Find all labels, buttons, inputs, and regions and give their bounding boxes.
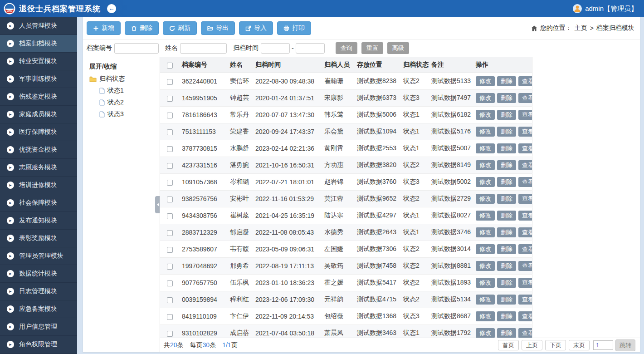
row-action-view-button[interactable]: 查看 bbox=[518, 160, 532, 170]
row-action-delete-button[interactable]: 删除 bbox=[497, 143, 516, 153]
row-action-edit-button[interactable]: 修改 bbox=[476, 93, 495, 103]
row-checkbox[interactable] bbox=[167, 163, 173, 169]
row-action-delete-button[interactable]: 删除 bbox=[497, 177, 516, 187]
sidebar-item[interactable]: ▸培训进修模块 bbox=[0, 177, 77, 194]
row-action-edit-button[interactable]: 修改 bbox=[476, 160, 495, 170]
row-checkbox[interactable] bbox=[167, 113, 173, 118]
row-checkbox[interactable] bbox=[167, 230, 173, 236]
tree-node-leaf[interactable]: 状态2 bbox=[99, 98, 160, 107]
sidebar-item[interactable]: ▸角色权限管理 bbox=[0, 336, 77, 354]
sidebar-item[interactable]: ▸管理员管理模块 bbox=[0, 247, 77, 265]
sidebar-item[interactable]: ▸伤残鉴定模块 bbox=[0, 88, 77, 106]
row-action-view-button[interactable]: 查看 bbox=[518, 127, 532, 137]
row-action-view-button[interactable]: 查看 bbox=[518, 311, 532, 321]
row-action-edit-button[interactable]: 修改 bbox=[476, 311, 495, 321]
page-last-button[interactable]: 末页 bbox=[569, 340, 590, 350]
user-box[interactable]: admin【管理员】 bbox=[573, 4, 638, 13]
row-action-view-button[interactable]: 查看 bbox=[518, 261, 532, 271]
tree-expand-collapse-toggle[interactable]: 展开/收缩 bbox=[89, 63, 160, 71]
sidebar-item[interactable]: ▸档案归档模块 bbox=[0, 35, 77, 53]
row-checkbox[interactable] bbox=[167, 314, 173, 320]
row-action-view-button[interactable]: 查看 bbox=[518, 177, 532, 187]
row-action-view-button[interactable]: 查看 bbox=[518, 76, 532, 86]
sidebar-item[interactable]: ▸军事训练模块 bbox=[0, 70, 77, 88]
row-action-view-button[interactable]: 查看 bbox=[518, 244, 532, 254]
row-action-view-button[interactable]: 查看 bbox=[518, 227, 532, 237]
row-action-delete-button[interactable]: 删除 bbox=[497, 160, 516, 170]
archive-time-to-input[interactable] bbox=[296, 43, 325, 54]
row-action-edit-button[interactable]: 修改 bbox=[476, 177, 495, 187]
sidebar-item[interactable]: ▸社会保障模块 bbox=[0, 194, 77, 212]
sidebar-item[interactable]: ▸志愿服务模块 bbox=[0, 159, 77, 177]
row-action-edit-button[interactable]: 修改 bbox=[476, 76, 495, 86]
row-checkbox[interactable] bbox=[167, 129, 173, 135]
sidebar-item[interactable]: ▸数据统计模块 bbox=[0, 265, 77, 283]
tree-node-root[interactable]: 归档状态 bbox=[89, 75, 160, 83]
advanced-button[interactable]: 高级 bbox=[387, 42, 409, 54]
archive-time-from-input[interactable] bbox=[261, 43, 290, 54]
name-input[interactable] bbox=[180, 43, 227, 54]
reset-button[interactable]: 重置 bbox=[361, 42, 383, 54]
row-action-delete-button[interactable]: 删除 bbox=[497, 261, 516, 271]
row-action-edit-button[interactable]: 修改 bbox=[476, 110, 495, 120]
tree-node-leaf[interactable]: 状态3 bbox=[99, 110, 160, 118]
collapse-panel-handle[interactable] bbox=[155, 196, 160, 213]
row-checkbox[interactable] bbox=[167, 197, 173, 202]
sidebar-item[interactable]: ▸家庭成员模块 bbox=[0, 106, 77, 123]
row-action-delete-button[interactable]: 删除 bbox=[497, 93, 516, 103]
row-action-view-button[interactable]: 查看 bbox=[518, 110, 532, 120]
row-checkbox[interactable] bbox=[167, 146, 173, 152]
row-checkbox[interactable] bbox=[167, 264, 173, 270]
export-button[interactable]: 导出 bbox=[201, 21, 235, 35]
row-checkbox[interactable] bbox=[167, 247, 173, 253]
tree-node-leaf[interactable]: 状态1 bbox=[99, 86, 160, 95]
row-checkbox[interactable] bbox=[167, 280, 173, 286]
refresh-button[interactable]: 刷新 bbox=[163, 21, 197, 35]
row-action-delete-button[interactable]: 删除 bbox=[497, 311, 516, 321]
sidebar-item[interactable]: ▸发布通知模块 bbox=[0, 212, 77, 230]
sidebar-item[interactable]: ▸表彰奖励模块 bbox=[0, 230, 77, 247]
row-action-view-button[interactable]: 查看 bbox=[518, 328, 532, 338]
row-checkbox[interactable] bbox=[167, 79, 173, 85]
row-action-delete-button[interactable]: 删除 bbox=[497, 227, 516, 237]
row-action-view-button[interactable]: 查看 bbox=[518, 194, 532, 204]
sidebar-item[interactable]: ▸优抚资金模块 bbox=[0, 141, 77, 159]
row-checkbox[interactable] bbox=[167, 331, 173, 337]
sidebar-item[interactable]: ▸日志管理模块 bbox=[0, 283, 77, 300]
breadcrumb-home[interactable]: 主页 bbox=[575, 24, 587, 32]
row-checkbox[interactable] bbox=[167, 180, 173, 186]
page-prev-button[interactable]: 上页 bbox=[522, 340, 542, 350]
row-checkbox[interactable] bbox=[167, 96, 173, 102]
delete-button[interactable]: 删除 bbox=[125, 21, 159, 35]
page-jump-button[interactable]: 跳转 bbox=[615, 339, 635, 351]
row-action-edit-button[interactable]: 修改 bbox=[476, 278, 495, 288]
sidebar-item[interactable]: ▸医疗保障模块 bbox=[0, 123, 77, 141]
row-action-delete-button[interactable]: 删除 bbox=[497, 244, 516, 254]
row-checkbox[interactable] bbox=[167, 213, 173, 219]
sidebar-item[interactable]: ▸转业安置模块 bbox=[0, 53, 77, 70]
row-action-delete-button[interactable]: 删除 bbox=[497, 127, 516, 137]
row-action-view-button[interactable]: 查看 bbox=[518, 93, 532, 103]
row-action-view-button[interactable]: 查看 bbox=[518, 143, 532, 153]
row-action-view-button[interactable]: 查看 bbox=[518, 211, 532, 221]
page-first-button[interactable]: 首页 bbox=[498, 340, 519, 350]
row-action-edit-button[interactable]: 修改 bbox=[476, 328, 495, 338]
row-action-edit-button[interactable]: 修改 bbox=[476, 244, 495, 254]
add-button[interactable]: 新增 bbox=[87, 21, 121, 35]
page-jump-input[interactable] bbox=[593, 340, 613, 350]
row-action-delete-button[interactable]: 删除 bbox=[497, 110, 516, 120]
row-action-edit-button[interactable]: 修改 bbox=[476, 295, 495, 305]
archive-no-input[interactable] bbox=[114, 43, 159, 54]
sidebar-item[interactable]: ▸用户信息管理 bbox=[0, 318, 77, 336]
row-action-delete-button[interactable]: 删除 bbox=[497, 194, 516, 204]
row-action-delete-button[interactable]: 删除 bbox=[497, 295, 516, 305]
row-action-edit-button[interactable]: 修改 bbox=[476, 143, 495, 153]
row-action-delete-button[interactable]: 删除 bbox=[497, 278, 516, 288]
row-action-edit-button[interactable]: 修改 bbox=[476, 261, 495, 271]
row-checkbox[interactable] bbox=[167, 297, 173, 303]
print-button[interactable]: 打印 bbox=[277, 21, 311, 35]
select-all-checkbox[interactable] bbox=[167, 63, 173, 69]
row-action-view-button[interactable]: 查看 bbox=[518, 295, 532, 305]
row-action-edit-button[interactable]: 修改 bbox=[476, 127, 495, 137]
page-next-button[interactable]: 下页 bbox=[545, 340, 566, 350]
